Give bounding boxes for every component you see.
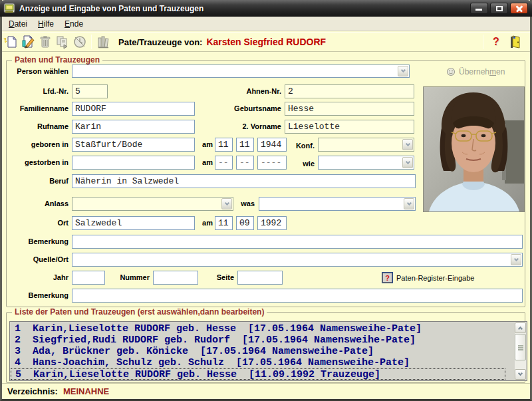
scroll-up-button[interactable] [515,323,526,333]
title-bar: Anzeige und Eingabe von Paten und Trauze… [0,0,532,17]
list-item-5-selected[interactable]: 5 Karin,Lieselotte RUDORF geb. Hesse [11… [11,368,505,380]
delete-record-button[interactable] [37,34,54,50]
label-gestorben-am: am [197,156,213,170]
group-liste-paten: Liste der Paten und Trauzeugen (erst aus… [6,312,525,383]
field-ort-jahr[interactable]: 1992 [257,216,287,230]
label-ort-am: am [197,216,213,230]
maximize-icon [496,6,503,11]
new-record-icon [3,35,18,49]
toolbar-separator-right [483,35,483,49]
chevron-down-icon [513,256,518,261]
scrollbar-grip [518,345,523,346]
person-select-dropdown-button[interactable] [398,66,408,76]
field-jahr[interactable] [72,271,105,285]
minimize-button[interactable] [470,3,488,14]
field-geburtsname[interactable]: Hesse [285,102,414,116]
quelle-ort-combobox[interactable] [72,253,523,267]
scroll-down-button[interactable] [515,369,526,380]
close-button[interactable] [510,3,528,14]
person-select-combobox[interactable] [72,65,410,78]
field-bemerkung-2[interactable] [72,289,523,303]
help-button[interactable]: ? [486,36,506,48]
field-gestorben-tag[interactable]: -- [215,156,233,170]
field-beruf[interactable]: Näherin in Salzwedel [72,174,416,188]
list-item-2[interactable]: 2 Siegfried,Rudi RUDORF geb. Rudorf [17.… [11,334,505,346]
quelle-dropdown-button[interactable] [511,254,521,265]
paten-register-help-button[interactable]: ? [382,273,392,283]
field-ort[interactable]: Salzwedel [72,216,195,230]
label-quelle-ort: Quelle/Ort [2,253,68,267]
menu-datei-rest: atei [15,19,27,29]
label-beruf: Beruf [2,174,68,188]
list-group-title: Liste der Paten und Trauzeugen (erst aus… [12,307,267,317]
label-rufname: Rufname [2,120,68,134]
app-icon [3,3,15,15]
label-jahr: Jahr [2,271,68,285]
konf-dropdown-button[interactable] [402,139,413,150]
field-gestorben-in[interactable] [72,156,195,170]
field-ort-monat[interactable]: 09 [236,216,254,230]
history-icon [72,35,87,49]
field-gestorben-monat[interactable]: -- [236,156,254,170]
caption-person-name: Karsten Siegfried RUDORF [206,37,326,47]
list-item-1[interactable]: 1 Karin,Lieselotte RUDORF geb. Hesse [17… [11,323,505,334]
field-seite[interactable] [237,271,283,285]
was-dropdown-button[interactable] [404,198,414,209]
menu-datei[interactable]: Datei [3,17,33,31]
was-combobox[interactable]: Mutter [259,197,416,211]
chevron-down-icon [405,141,410,146]
scrollbar-thumb[interactable] [515,334,526,360]
minimize-icon [475,9,482,11]
label-anlass: Anlass [2,197,68,211]
field-ahnen-nr[interactable]: 2 [285,84,414,98]
field-2-vorname[interactable]: Lieselotte [285,120,414,134]
menu-ende[interactable]: Ende [59,17,88,31]
field-geboren-in[interactable]: Staßfurt/Bode [72,138,195,152]
label-2-vorname: 2. Vorname [211,120,281,134]
field-nummer[interactable] [153,271,198,285]
label-geburtsname: Geburtsname [211,102,281,116]
menu-hilfe-accel: H [38,19,44,29]
uebernehmen-button[interactable]: Übernehmen [446,66,519,78]
status-label: Verzeichnis: [7,386,58,396]
copy-record-button[interactable] [54,34,71,50]
record-caption: Pate/Trauzeuge von:Karsten Siegfried RUD… [118,37,326,47]
history-button[interactable] [71,34,88,50]
exit-button[interactable] [506,34,523,50]
anlass-combobox[interactable]: Trauzeuge [72,197,233,211]
menu-hilfe[interactable]: Hilfe [33,17,59,31]
field-lfd-nr[interactable]: 5 [72,84,108,98]
chevron-down-icon [406,200,411,205]
caption-label: Pate/Trauzeuge von: [118,37,202,47]
menu-hilfe-rest: ilfe [44,19,54,29]
reports-icon [96,35,110,49]
chevron-down-icon [400,68,405,72]
list-scrollbar[interactable] [515,323,526,380]
field-geboren-tag[interactable]: 11 [215,138,233,152]
field-rufname[interactable]: Karin [72,120,195,134]
label-was: was [235,197,255,211]
field-geboren-monat[interactable]: 11 [236,138,254,152]
reports-button[interactable] [94,34,112,50]
toolbar-separator [91,35,92,49]
anlass-dropdown-button[interactable] [221,198,232,209]
wie-dropdown-button[interactable] [402,157,413,168]
list-item-4[interactable]: 4 Hans-Joachim, Schulz geb. Schulz [17.0… [11,357,505,368]
chevron-down-icon [518,371,523,376]
wie-combobox[interactable] [318,156,414,170]
field-bemerkung-1[interactable] [72,235,523,249]
label-bemerkung-2: Bemerkung [2,289,68,303]
field-familienname[interactable]: RUDORF [72,102,195,116]
maximize-button[interactable] [490,3,508,14]
label-lfd-nr: Lfd.-Nr. [2,84,68,98]
exit-door-icon [507,35,522,49]
edit-record-button[interactable] [19,34,37,50]
label-ort: Ort [2,216,68,230]
field-ort-tag[interactable]: 11 [215,216,233,230]
konf-combobox[interactable]: Evangel. [318,138,414,152]
list-item-3[interactable]: 3 Ada, Brückner geb. Könicke [17.05.1964… [11,346,505,357]
group-title: Paten und Trauzeugen [12,55,102,65]
label-geboren-am: am [197,138,213,152]
new-record-button[interactable] [2,34,19,50]
status-bar: Verzeichnis: MEINAHNE [2,383,530,399]
